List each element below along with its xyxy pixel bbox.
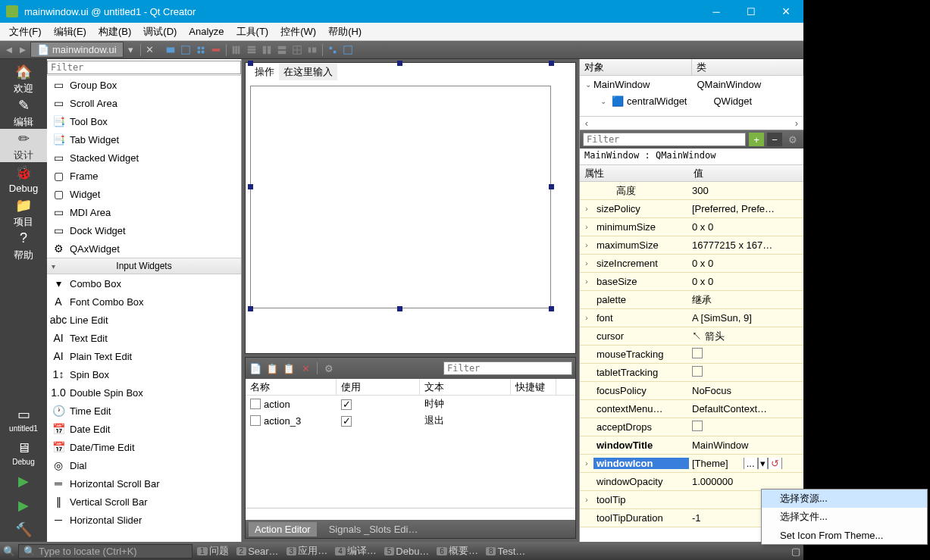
column-header[interactable]: 名称 [246, 379, 337, 395]
widget-item[interactable]: ▭Stacked Widget [47, 149, 241, 167]
widget-item[interactable]: ▭Group Box [47, 76, 241, 94]
menu-item[interactable]: 文件(F) [3, 23, 48, 40]
action-row[interactable]: action✓时钟 [246, 396, 575, 412]
mode-Debug[interactable]: 🐞Debug [0, 162, 47, 196]
run-button[interactable]: ▶ [0, 469, 47, 493]
widget-item[interactable]: AFont Combo Box [47, 293, 241, 311]
menu-item[interactable]: 编辑(E) [48, 23, 92, 40]
widget-item[interactable]: AIPlain Text Edit [47, 347, 241, 365]
widget-item[interactable]: ◎Dial [47, 456, 241, 474]
output-pane-button[interactable]: 5Debu… [383, 544, 431, 558]
property-value[interactable]: 16777215 x 167… [689, 239, 803, 251]
adjust-size-icon[interactable] [341, 43, 355, 57]
output-pane-button[interactable]: 2Sear… [235, 544, 280, 558]
column-header[interactable]: 快捷键 [511, 379, 556, 395]
expand-icon[interactable]: ⌄ [598, 97, 609, 105]
tab-close-icon[interactable]: ✕ [144, 44, 156, 56]
kit-selector[interactable]: 🖥Debug [0, 436, 47, 469]
checkbox-icon[interactable] [692, 366, 703, 377]
expand-icon[interactable]: ⌄ [583, 80, 593, 89]
widget-item[interactable]: ▢Widget [47, 185, 241, 203]
locator-input[interactable]: 🔍 Type to locate (Ctrl+K) [18, 544, 193, 558]
column-header[interactable]: 对象 [580, 59, 692, 75]
object-row[interactable]: ⌄🟦centralWidgetQWidget [580, 92, 803, 109]
expand-icon[interactable]: › [580, 459, 593, 468]
column-header[interactable]: 类 [692, 59, 804, 75]
new-action-icon[interactable]: 📄 [249, 361, 262, 375]
mode-项目[interactable]: 📁项目 [0, 196, 47, 229]
property-value[interactable]: [Theme]...▾↺ [689, 458, 803, 469]
expand-icon[interactable]: › [580, 205, 593, 213]
browse-button[interactable]: ... [744, 458, 758, 469]
column-header[interactable]: 文本 [420, 379, 511, 395]
object-row[interactable]: ⌄MainWindowQMainWindow [580, 76, 803, 92]
property-row[interactable]: focusPolicyNoFocus [580, 382, 803, 400]
expand-icon[interactable]: › [580, 496, 593, 504]
widget-category[interactable]: Input Widgets [47, 258, 241, 274]
output-pane-button[interactable]: 3应用… [285, 544, 330, 558]
property-row[interactable]: ›sizePolicy[Preferred, Prefe… [580, 200, 803, 218]
reset-icon[interactable]: ↺ [768, 458, 782, 469]
paste-action-icon[interactable]: 📋 [282, 361, 296, 375]
layout-icon[interactable] [245, 43, 258, 57]
property-value[interactable]: A [SimSun, 9] [689, 312, 803, 324]
layout-icon[interactable] [305, 43, 319, 57]
canvas-menu-action[interactable]: 操作 [250, 64, 279, 80]
property-row[interactable]: ›maximumSize16777215 x 167… [580, 236, 803, 255]
property-row[interactable]: palette继承 [580, 291, 803, 309]
widget-item[interactable]: ▭Dock Widget [47, 221, 241, 239]
panel-tab[interactable]: Signals _Slots Edi… [323, 522, 424, 537]
property-row[interactable]: 高度300 [580, 182, 803, 200]
widget-item[interactable]: ▭MDI Area [47, 203, 241, 221]
widget-item[interactable]: 1.0Double Spin Box [47, 383, 241, 402]
layout-icon[interactable] [260, 43, 274, 57]
canvas[interactable]: 操作 在这里输入 [245, 62, 576, 354]
menu-item[interactable]: 工具(T) [230, 23, 275, 40]
property-value[interactable]: 继承 [689, 293, 803, 307]
property-row[interactable]: windowTitleMainWindow [580, 436, 803, 455]
widget-item[interactable]: ▭Scroll Area [47, 94, 241, 112]
tool-icon[interactable] [209, 43, 223, 57]
widget-item[interactable]: ⚙QAxWidget [47, 239, 241, 258]
build-button[interactable]: 🔨 [0, 518, 47, 542]
tool-icon[interactable] [179, 43, 193, 57]
copy-action-icon[interactable]: 📋 [265, 361, 279, 375]
canvas-menu-placeholder[interactable]: 在这里输入 [279, 64, 337, 80]
widget-item[interactable]: 1↕Spin Box [47, 365, 241, 383]
property-row[interactable]: ›windowIcon[Theme]...▾↺ [580, 455, 803, 473]
menu-item[interactable]: 帮助(H) [322, 23, 368, 40]
expand-icon[interactable]: › [580, 223, 593, 231]
widget-filter-input[interactable] [47, 61, 241, 74]
property-value[interactable]: DefaultContext… [689, 403, 803, 415]
scroll-left-icon[interactable]: ‹ [580, 117, 593, 130]
widget-item[interactable]: 📑Tab Widget [47, 130, 241, 149]
checkbox-icon[interactable] [692, 348, 703, 358]
property-row[interactable]: ›baseSize0 x 0 [580, 273, 803, 291]
property-row[interactable]: tabletTracking [580, 364, 803, 382]
widget-item[interactable]: ═Horizontal Scroll Bar [47, 474, 241, 493]
property-value[interactable]: NoFocus [689, 385, 803, 396]
add-prop-icon[interactable]: + [749, 133, 764, 146]
checkbox-icon[interactable] [250, 399, 261, 409]
nav-back-icon[interactable]: ◄ [3, 44, 15, 56]
context-menu-item[interactable]: 选择文件... [762, 508, 927, 526]
property-row[interactable]: acceptDrops [580, 418, 803, 436]
action-filter-input[interactable] [443, 361, 572, 375]
property-filter-input[interactable] [583, 133, 746, 146]
config-icon[interactable]: ⚙ [322, 361, 336, 375]
context-menu-item[interactable]: Set Icon From Theme... [762, 526, 927, 544]
menu-item[interactable]: 调试(D) [137, 23, 183, 40]
output-pane-button[interactable]: 1问题 [196, 544, 230, 558]
output-pane-button[interactable]: 8Test… [484, 544, 527, 558]
tool-icon[interactable] [164, 43, 177, 57]
close-button[interactable]: × [769, 0, 803, 23]
menu-item[interactable]: Analyze [183, 24, 230, 39]
tool-icon[interactable] [194, 43, 208, 57]
delete-action-icon[interactable]: ✕ [299, 361, 312, 375]
column-header[interactable]: 属性 [580, 165, 689, 181]
property-value[interactable] [689, 348, 803, 361]
property-value[interactable]: 0 x 0 [689, 258, 803, 269]
remove-prop-icon[interactable]: − [767, 133, 782, 146]
expand-icon[interactable]: › [580, 277, 593, 286]
widget-item[interactable]: ─Horizontal Slider [47, 511, 241, 529]
